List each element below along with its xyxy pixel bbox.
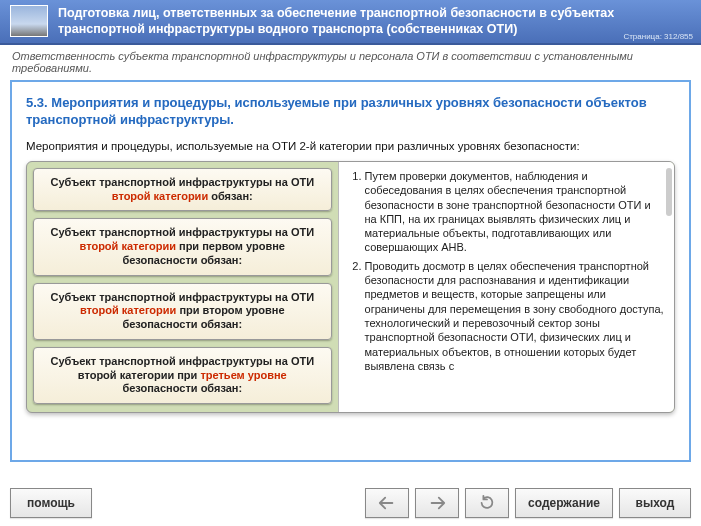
list-item: Проводить досмотр в целях обеспечения тр… — [365, 259, 664, 373]
category-card[interactable]: Субъект транспортной инфраструктуры на О… — [33, 347, 332, 404]
forward-button[interactable] — [415, 488, 459, 518]
requirements-list: Путем проверки документов, наблюдения и … — [345, 169, 664, 373]
help-button[interactable]: помощь — [10, 488, 92, 518]
content-frame: 5.3. Мероприятия и процедуры, используем… — [10, 80, 691, 462]
list-item: Путем проверки документов, наблюдения и … — [365, 169, 664, 255]
course-title: Подготовка лиц, ответственных за обеспеч… — [58, 5, 691, 38]
nav-footer: помощь содержание выход — [0, 482, 701, 526]
contents-button[interactable]: содержание — [515, 488, 613, 518]
reload-button[interactable] — [465, 488, 509, 518]
reload-icon — [476, 494, 498, 512]
course-header: Подготовка лиц, ответственных за обеспеч… — [0, 0, 701, 45]
section-intro: Мероприятия и процедуры, используемые на… — [26, 139, 675, 153]
cards-column: Субъект транспортной инфраструктуры на О… — [27, 162, 338, 412]
header-thumbnail — [10, 5, 48, 37]
category-card[interactable]: Субъект транспортной инфраструктуры на О… — [33, 218, 332, 275]
details-column: Путем проверки документов, наблюдения и … — [338, 162, 674, 412]
page-counter: Страница: 312/855 — [623, 32, 693, 41]
exit-button[interactable]: выход — [619, 488, 691, 518]
arrow-left-icon — [376, 494, 398, 512]
module-subtitle: Ответственность субъекта транспортной ин… — [0, 45, 701, 80]
back-button[interactable] — [365, 488, 409, 518]
category-card[interactable]: Субъект транспортной инфраструктуры на О… — [33, 168, 332, 212]
scrollbar-thumb[interactable] — [666, 168, 672, 216]
content-panel: Субъект транспортной инфраструктуры на О… — [26, 161, 675, 413]
category-card[interactable]: Субъект транспортной инфраструктуры на О… — [33, 283, 332, 340]
section-title: 5.3. Мероприятия и процедуры, используем… — [26, 94, 675, 129]
arrow-right-icon — [426, 494, 448, 512]
